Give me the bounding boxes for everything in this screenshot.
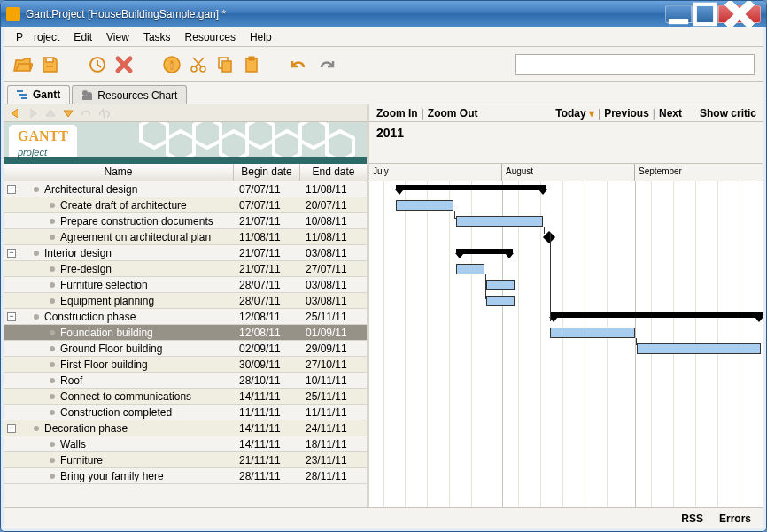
bullet-icon — [50, 203, 55, 208]
bullet-icon — [50, 410, 55, 415]
summary-bar[interactable] — [396, 185, 546, 190]
task-bar[interactable] — [456, 216, 543, 227]
zoom-in-button[interactable]: Zoom In — [376, 107, 418, 120]
tab-resources[interactable]: Resources Chart — [72, 85, 187, 104]
logo-banner: GANTTproject — [4, 122, 367, 164]
resources-icon — [81, 89, 93, 101]
bullet-icon — [50, 298, 55, 304]
delete-button[interactable] — [113, 54, 135, 75]
info-icon: i — [162, 55, 182, 74]
table-row[interactable]: Connect to communications14/11/1125/11/1… — [4, 389, 367, 405]
save-button[interactable] — [39, 54, 60, 75]
end-date: 03/08/11 — [300, 295, 367, 307]
table-row[interactable]: First Floor building30/09/1127/10/11 — [4, 357, 367, 373]
cut-button[interactable] — [188, 54, 209, 75]
collapse-toggle[interactable]: − — [7, 185, 16, 194]
table-row[interactable]: Bring your family here28/11/1128/11/11 — [4, 468, 367, 484]
undo-button[interactable] — [289, 54, 310, 75]
search-input[interactable] — [515, 54, 755, 75]
svg-rect-11 — [17, 90, 23, 92]
task-bar[interactable] — [486, 280, 515, 290]
collapse-toggle[interactable]: − — [7, 424, 16, 433]
begin-date: 30/09/11 — [234, 359, 300, 371]
col-name[interactable]: Name — [4, 164, 234, 181]
task-name: Interior design — [44, 247, 112, 259]
year-label: 2011 — [369, 122, 763, 164]
today-button[interactable]: Today — [555, 107, 594, 120]
copy-button[interactable] — [214, 54, 236, 75]
end-date: 10/08/11 — [300, 215, 367, 227]
splitter-left-icon[interactable] — [369, 104, 371, 122]
summary-bar[interactable] — [550, 312, 763, 318]
table-row[interactable]: −Interior design21/07/1103/08/11 — [4, 245, 367, 261]
table-row[interactable]: −Construction phase12/08/1125/11/11 — [4, 309, 367, 325]
link-icon[interactable] — [80, 107, 92, 120]
next-button[interactable]: Next — [659, 107, 682, 120]
task-bar[interactable] — [456, 264, 484, 274]
table-row[interactable]: Walls14/11/1118/11/11 — [4, 436, 367, 452]
collapse-toggle[interactable]: − — [7, 249, 16, 258]
task-bar[interactable] — [550, 328, 635, 338]
table-row[interactable]: Equipment planning28/07/1103/08/11 — [4, 293, 367, 309]
close-button[interactable] — [718, 5, 761, 23]
collapse-toggle[interactable]: − — [7, 312, 16, 321]
task-bar[interactable] — [637, 343, 761, 354]
svg-rect-8 — [222, 61, 231, 72]
task-bar[interactable] — [396, 200, 453, 211]
app-window: GanttProject [HouseBuildingSample.gan] *… — [0, 0, 767, 532]
table-row[interactable]: Construction completed11/11/1111/11/11 — [4, 405, 367, 420]
menu-tasks[interactable]: Tasks — [138, 29, 176, 45]
nav-down-icon[interactable] — [62, 107, 74, 120]
nav-fwd-icon[interactable] — [27, 107, 39, 120]
show-critical-button[interactable]: Show critic — [700, 107, 756, 120]
table-row[interactable]: −Architectural design07/07/1111/08/11 — [4, 181, 367, 197]
task-name: Furniture — [60, 454, 103, 466]
open-button[interactable] — [12, 54, 34, 75]
minimize-icon — [666, 2, 691, 27]
table-row[interactable]: Furniture selection28/07/1103/08/11 — [4, 277, 367, 293]
end-date: 11/11/11 — [300, 406, 367, 419]
table-row[interactable]: −Decoration phase14/11/1124/11/11 — [4, 420, 367, 436]
table-body[interactable]: −Architectural design07/07/1111/08/11Cre… — [4, 181, 367, 507]
nav-strip — [4, 104, 367, 122]
info-button[interactable]: i — [161, 54, 182, 75]
task-bar[interactable] — [486, 296, 515, 306]
month-header: July August September — [369, 164, 763, 181]
table-row[interactable]: Foundation building12/08/1101/09/11 — [4, 325, 367, 341]
table-row[interactable]: Create draft of architecture07/07/1120/0… — [4, 197, 367, 213]
gantt-chart[interactable] — [369, 181, 763, 507]
table-row[interactable]: Roof28/10/1110/11/11 — [4, 373, 367, 389]
menu-resources[interactable]: Resources — [180, 29, 241, 45]
previous-button[interactable]: Previous — [604, 107, 649, 120]
end-date: 24/11/11 — [300, 422, 367, 435]
unlink-icon[interactable] — [97, 107, 110, 120]
status-rss[interactable]: RSS — [681, 513, 703, 525]
table-row[interactable]: Prepare construction documents21/07/1110… — [4, 213, 367, 229]
table-row[interactable]: Agreement on architectural plan11/08/111… — [4, 229, 367, 245]
tab-gantt[interactable]: Gantt — [7, 85, 70, 104]
table-row[interactable]: Furniture21/11/1123/11/11 — [4, 452, 367, 468]
zoom-out-button[interactable]: Zoom Out — [428, 107, 478, 120]
table-row[interactable]: Pre-design21/07/1127/07/11 — [4, 261, 367, 277]
redo-icon — [316, 55, 336, 74]
nav-up-icon[interactable] — [44, 107, 57, 120]
menu-help[interactable]: Help — [244, 29, 277, 45]
titlebar[interactable]: GanttProject [HouseBuildingSample.gan] * — [1, 1, 766, 27]
task-name: Create draft of architecture — [60, 199, 187, 212]
milestone[interactable] — [543, 231, 555, 243]
col-begin[interactable]: Begin date — [234, 164, 300, 181]
col-end[interactable]: End date — [300, 164, 367, 181]
maximize-button[interactable] — [692, 5, 718, 23]
status-errors[interactable]: Errors — [719, 513, 751, 525]
minimize-button[interactable] — [665, 5, 692, 23]
menu-edit[interactable]: Edit — [68, 29, 97, 45]
summary-bar[interactable] — [456, 249, 513, 254]
nav-back-icon[interactable] — [9, 107, 21, 120]
task-name: Roof — [60, 374, 82, 387]
menu-project[interactable]: Project — [11, 29, 65, 45]
history-button[interactable] — [87, 54, 108, 75]
redo-button[interactable] — [315, 54, 337, 75]
menu-view[interactable]: View — [101, 29, 135, 45]
table-row[interactable]: Ground Floor building02/09/1129/09/11 — [4, 341, 367, 357]
paste-button[interactable] — [241, 54, 262, 75]
